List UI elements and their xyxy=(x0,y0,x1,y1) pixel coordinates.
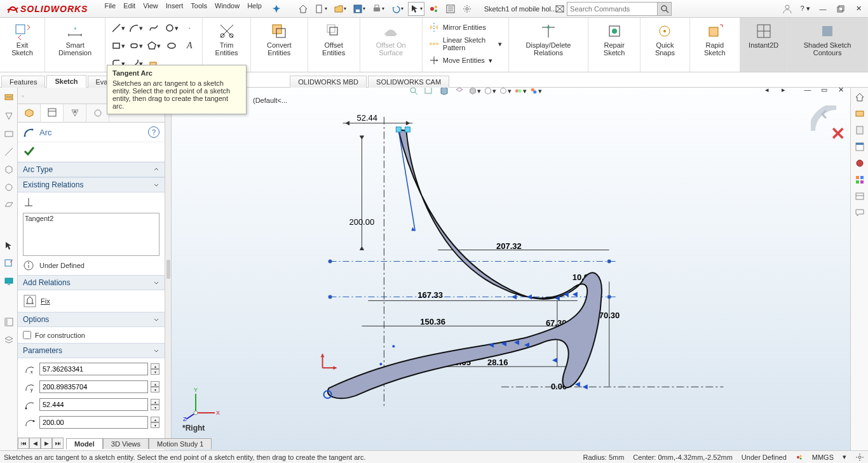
spin-down[interactable]: ▾ xyxy=(151,369,159,375)
menu-help[interactable]: Help xyxy=(247,2,262,16)
spline-tool[interactable] xyxy=(146,20,161,36)
relation-item[interactable]: Tangent2 xyxy=(25,215,158,222)
select-dropdown[interactable]: ▾ xyxy=(408,2,424,16)
search-icon[interactable] xyxy=(657,3,671,15)
close-icon[interactable]: ✕ xyxy=(851,2,865,16)
btab-motion[interactable]: Motion Study 1 xyxy=(149,438,212,449)
status-gear-icon[interactable] xyxy=(855,453,864,462)
status-units-dropdown[interactable]: ▾ xyxy=(843,453,846,461)
spin-up[interactable]: ▴ xyxy=(151,381,159,387)
offset-entities-button[interactable]: Offset Entities xyxy=(313,20,355,58)
open-dropdown[interactable]: ▾ xyxy=(332,2,348,16)
display-icon[interactable] xyxy=(2,127,16,141)
annotation-icon[interactable] xyxy=(2,145,16,159)
panel-tab-property[interactable] xyxy=(41,104,64,122)
tab-mbd[interactable]: OLIDWORKS MBD xyxy=(290,76,367,88)
design-library-icon[interactable] xyxy=(853,123,867,137)
param-sy-input[interactable] xyxy=(39,416,148,429)
add-fix-button[interactable]: Fix xyxy=(23,294,159,308)
menu-file[interactable]: File xyxy=(104,2,116,16)
spin-down[interactable]: ▾ xyxy=(151,387,159,393)
sketch-canvas[interactable]: 52.44 200.00 207.32 167.33 150.36 200.05… xyxy=(172,88,850,450)
new-dropdown[interactable]: ▾ xyxy=(313,2,329,16)
exit-sketch-button[interactable]: Exit Sketch xyxy=(5,20,39,58)
confirm-ok-icon[interactable] xyxy=(23,145,36,158)
custom-props-icon[interactable] xyxy=(853,189,867,203)
polygon-tool[interactable]: ▾ xyxy=(146,38,161,53)
section-arc-type[interactable]: Arc Type xyxy=(18,162,165,177)
resources-icon[interactable] xyxy=(853,107,867,121)
panel-tab-config[interactable] xyxy=(64,104,86,122)
convert-entities-button[interactable]: Convert Entities xyxy=(256,20,302,58)
save-dropdown[interactable]: ▾ xyxy=(351,2,367,16)
param-cy-input[interactable] xyxy=(39,380,148,393)
panel-tab-feature[interactable] xyxy=(18,104,41,122)
material-icon[interactable] xyxy=(2,180,16,194)
user-icon[interactable] xyxy=(780,2,794,16)
solid-body-icon[interactable] xyxy=(2,163,16,177)
dim-52-44[interactable]: 52.44 xyxy=(356,113,377,123)
undo-dropdown[interactable]: ▾ xyxy=(389,2,405,16)
circle-tool[interactable]: ▾ xyxy=(164,20,179,36)
arc-tool[interactable]: ▾ xyxy=(128,20,144,36)
trim-entities-button[interactable]: Trim Entities xyxy=(208,20,245,58)
restore-icon[interactable] xyxy=(834,2,848,16)
relations-list[interactable]: Tangent2 xyxy=(23,213,159,256)
btab-first[interactable]: ⏮ xyxy=(18,438,29,449)
graphics-viewport[interactable]: (Default<... ◂ ▸ — ▭ ✕ ▾ ▾ ▾ ▾ ▾ xyxy=(172,88,850,450)
rapid-sketch-button[interactable]: Rapid Sketch xyxy=(695,20,735,58)
forum-icon[interactable] xyxy=(853,206,867,220)
section-options[interactable]: Options xyxy=(18,312,165,327)
repair-sketch-button[interactable]: Repair Sketch xyxy=(593,20,635,58)
layers-icon[interactable] xyxy=(2,333,16,347)
config-icon[interactable] xyxy=(2,109,16,123)
btab-last[interactable]: ⏭ xyxy=(52,438,64,449)
spin-down[interactable]: ▾ xyxy=(151,422,159,428)
spin-up[interactable]: ▴ xyxy=(151,363,159,369)
linear-sketch-pattern-button[interactable]: Linear Sketch Pattern ▾ xyxy=(428,36,503,52)
pin-icon[interactable] xyxy=(269,2,283,16)
feature-tree-icon[interactable] xyxy=(2,91,16,105)
vp-close-icon[interactable]: ✕ xyxy=(834,88,848,97)
taskpane-icon[interactable] xyxy=(2,315,16,329)
point-tool[interactable]: · xyxy=(182,20,197,36)
vp-restore-icon[interactable]: ▭ xyxy=(817,88,831,97)
sketch-edit-icon[interactable] xyxy=(2,257,16,271)
menu-tools[interactable]: Tools xyxy=(191,2,207,16)
help-dropdown[interactable]: ? ▾ xyxy=(798,2,812,16)
param-cx-input[interactable] xyxy=(39,363,148,375)
display-delete-relations-button[interactable]: Display/Delete Relations xyxy=(514,20,583,58)
btab-3dviews[interactable]: 3D Views xyxy=(103,438,149,449)
btab-model[interactable]: Model xyxy=(66,438,103,449)
view-triad[interactable]: Y X Z xyxy=(183,384,221,422)
dim-200-00[interactable]: 200.00 xyxy=(349,217,374,227)
view-palette-icon[interactable] xyxy=(853,156,867,170)
slot-tool[interactable]: ▾ xyxy=(128,38,144,53)
appearances-icon[interactable] xyxy=(853,173,867,187)
tab-cam[interactable]: SOLIDWORKS CAM xyxy=(368,76,449,88)
plane-icon[interactable] xyxy=(2,198,16,212)
search-commands-box[interactable] xyxy=(567,2,672,16)
home-icon[interactable] xyxy=(296,2,310,16)
for-construction-checkbox[interactable] xyxy=(23,331,31,339)
options-icon[interactable] xyxy=(444,2,458,16)
dim-167-33[interactable]: 167.33 xyxy=(417,290,443,300)
menu-window[interactable]: Window xyxy=(215,2,240,16)
btab-prev[interactable]: ◀ xyxy=(29,438,41,449)
menu-view[interactable]: View xyxy=(143,2,158,16)
shaded-sketch-contours-button[interactable]: Shaded Sketch Contours xyxy=(792,20,862,58)
vp-next-icon[interactable]: ▸ xyxy=(776,88,790,97)
btab-next[interactable]: ▶ xyxy=(41,438,52,449)
home-task-icon[interactable] xyxy=(853,90,867,104)
select-cursor-icon[interactable] xyxy=(2,239,16,253)
menu-edit[interactable]: Edit xyxy=(123,2,135,16)
instant2d-button[interactable]: Instant2D xyxy=(745,20,782,51)
rebuild-icon[interactable] xyxy=(427,2,441,16)
vp-prev-icon[interactable]: ◂ xyxy=(760,88,774,97)
spin-down[interactable]: ▾ xyxy=(151,405,159,410)
dim-207-32[interactable]: 207.32 xyxy=(496,241,522,251)
monitor-icon[interactable] xyxy=(2,274,16,288)
mirror-entities-button[interactable]: Mirror Entities xyxy=(428,22,503,33)
section-add-relations[interactable]: Add Relations xyxy=(18,275,165,290)
help-icon[interactable]: ? xyxy=(148,126,159,138)
